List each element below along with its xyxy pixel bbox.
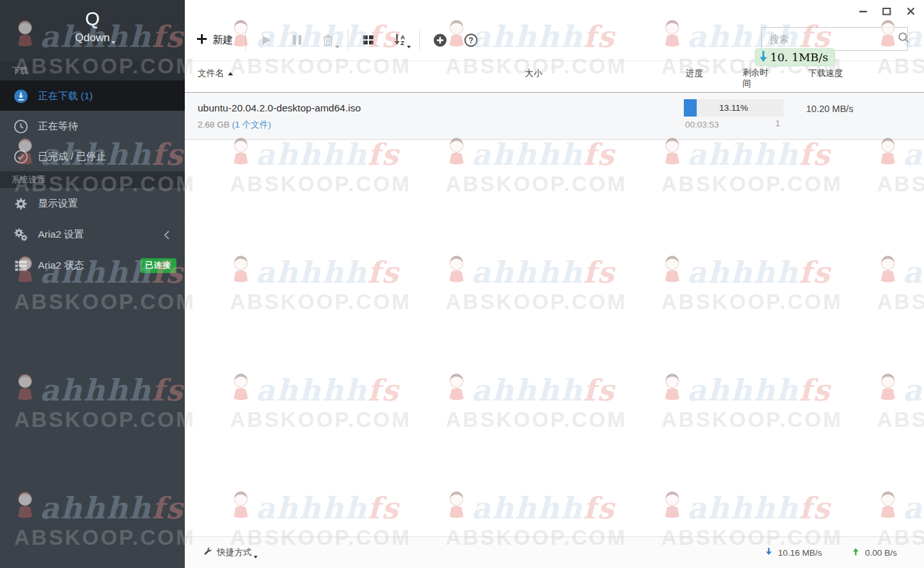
speed-tooltip-label: 10. 1MB/s — [770, 51, 828, 64]
sidebar-item-completed[interactable]: 已完成 / 已停止 — [0, 141, 185, 171]
download-meta: 2.68 GB (1 个文件) — [198, 119, 271, 131]
download-speed-value: 10.20 MB/s — [806, 104, 853, 114]
search-icon[interactable] — [898, 32, 910, 46]
app-logo: Q Qdown — [0, 0, 185, 61]
sidebar-item-label: Aria2 设置 — [38, 228, 84, 241]
column-header-speed[interactable]: 下载速度 — [808, 68, 843, 79]
sidebar: Q Qdown 下载 正在下载 (1) — [0, 0, 185, 568]
statusbar: 快捷方式 10.16 MB/s 0.00 B/s — [185, 536, 924, 568]
download-circle-icon — [14, 89, 28, 104]
clock-circle-icon — [14, 119, 28, 134]
help-button[interactable]: ? — [463, 32, 478, 48]
sidebar-item-aria2-status[interactable]: Aria2 状态 已连接 — [0, 250, 185, 281]
download-row[interactable]: ubuntu-20.04.2.0-desktop-amd64.iso 2.68 … — [185, 93, 924, 140]
caret-down-icon — [335, 46, 339, 48]
grid-view-button[interactable] — [361, 32, 376, 48]
download-arrow-icon — [758, 50, 769, 65]
sort-az-button[interactable]: AZ — [391, 32, 407, 48]
search-box — [761, 27, 908, 51]
sidebar-item-aria2-settings[interactable]: Aria2 设置 — [0, 219, 185, 250]
wrench-icon — [203, 547, 212, 558]
delete-button[interactable] — [320, 32, 335, 48]
new-task-label: 新建 — [212, 33, 233, 47]
gears-icon — [14, 227, 28, 242]
new-task-button[interactable]: 新建 — [196, 33, 233, 47]
qdown-window: Q Qdown 下载 正在下载 (1) — [0, 0, 924, 568]
sort-az-letters: AZ — [401, 34, 405, 46]
elapsed-time: 00:03:53 — [685, 120, 719, 129]
shortcut-label: 快捷方式 — [217, 547, 252, 558]
window-controls — [858, 6, 916, 16]
app-title[interactable]: Qdown — [75, 32, 110, 44]
logo-q-icon: Q — [0, 8, 185, 30]
add-circle-button[interactable] — [432, 32, 448, 48]
maximize-button[interactable] — [882, 6, 892, 16]
sidebar-section-settings: 系统设置 — [0, 171, 185, 188]
caret-down-icon — [111, 41, 115, 44]
main-area: 新建 — [185, 0, 924, 568]
check-circle-icon — [14, 149, 28, 164]
toolbar-separator — [348, 29, 348, 51]
upload-arrow-icon — [851, 547, 860, 558]
sidebar-section-download: 下载 — [0, 61, 185, 80]
column-header-filename[interactable]: 文件名 — [198, 68, 233, 79]
sidebar-item-label: Aria2 状态 — [38, 259, 84, 272]
sidebar-item-display-settings[interactable]: 显示设置 — [0, 188, 185, 219]
chevron-left-icon[interactable] — [163, 230, 171, 240]
download-arrow-icon — [764, 547, 773, 558]
connected-badge: 已连接 — [140, 258, 177, 273]
column-header-remaining[interactable]: 剩余时间 — [742, 68, 775, 90]
download-list-empty-space — [185, 140, 924, 536]
server-icon — [14, 258, 28, 273]
column-header-size[interactable]: 大小 — [525, 68, 542, 79]
sidebar-item-label: 显示设置 — [38, 197, 78, 211]
sidebar-item-label: 正在等待 — [38, 120, 78, 133]
caret-down-icon — [407, 46, 411, 48]
caret-down-icon — [254, 556, 258, 558]
app-title-label: Qdown — [75, 32, 110, 44]
status-speeds: 10.16 MB/s 0.00 B/s — [764, 547, 897, 558]
progress-bar: 13.11% — [684, 99, 784, 117]
shortcut-button[interactable]: 快捷方式 — [203, 547, 252, 558]
progress-percent-label: 13.11% — [684, 99, 784, 117]
speed-tooltip: 10. 1MB/s — [755, 48, 835, 66]
global-upload-speed: 0.00 B/s — [851, 547, 897, 558]
gear-icon — [14, 196, 28, 211]
toolbar-separator — [419, 29, 420, 51]
close-button[interactable] — [905, 6, 916, 16]
download-filename: ubuntu-20.04.2.0-desktop-amd64.iso — [198, 102, 361, 114]
start-button[interactable] — [258, 32, 274, 48]
sidebar-item-label: 已完成 / 已停止 — [38, 150, 106, 164]
sidebar-item-waiting[interactable]: 正在等待 — [0, 111, 185, 141]
global-download-speed: 10.16 MB/s — [764, 547, 822, 558]
pause-button[interactable] — [289, 32, 305, 48]
search-input[interactable] — [769, 33, 898, 44]
sort-asc-icon — [228, 72, 233, 75]
plus-icon — [196, 33, 207, 47]
svg-text:?: ? — [468, 36, 473, 45]
column-header-progress[interactable]: 进度 — [686, 68, 703, 79]
download-size: 2.68 GB — [198, 120, 230, 129]
connection-count: 1 — [775, 118, 780, 128]
sidebar-item-downloading[interactable]: 正在下载 (1) — [0, 80, 185, 111]
sidebar-item-label: 正在下载 (1) — [38, 90, 93, 103]
toolbar-separator — [245, 29, 246, 51]
file-count-link[interactable]: (1 个文件) — [232, 120, 271, 129]
minimize-button[interactable] — [858, 6, 868, 16]
